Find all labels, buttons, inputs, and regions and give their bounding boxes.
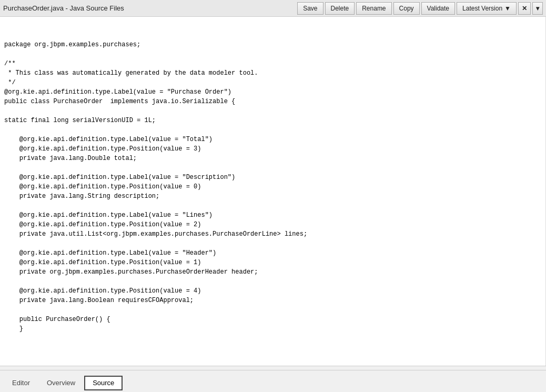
copy-button[interactable]: Copy: [393, 2, 420, 15]
code-editor[interactable]: package org.jbpm.examples.purchases; /**…: [0, 17, 546, 366]
save-button[interactable]: Save: [297, 2, 323, 15]
resize-handle[interactable]: [0, 366, 546, 370]
rename-button[interactable]: Rename: [356, 2, 391, 15]
tab-overview[interactable]: Overview: [39, 376, 83, 390]
delete-button[interactable]: Delete: [325, 2, 355, 15]
editor-container: package org.jbpm.examples.purchases; /**…: [0, 17, 546, 366]
menu-button[interactable]: ▾: [532, 2, 543, 15]
code-content: package org.jbpm.examples.purchases; /**…: [4, 40, 545, 334]
tab-source[interactable]: Source: [84, 376, 123, 390]
toolbar-buttons: Save Delete Rename Copy Validate Latest …: [297, 2, 543, 15]
window-title: PurchaseOrder.java - Java Source Files: [3, 4, 124, 12]
title-bar: PurchaseOrder.java - Java Source Files S…: [0, 0, 546, 17]
bottom-tabs: Editor Overview Source: [0, 370, 546, 392]
validate-button[interactable]: Validate: [421, 2, 455, 15]
tab-editor[interactable]: Editor: [4, 376, 38, 390]
close-button[interactable]: ✕: [518, 2, 531, 15]
latest-version-button[interactable]: Latest Version ▼: [457, 2, 517, 15]
